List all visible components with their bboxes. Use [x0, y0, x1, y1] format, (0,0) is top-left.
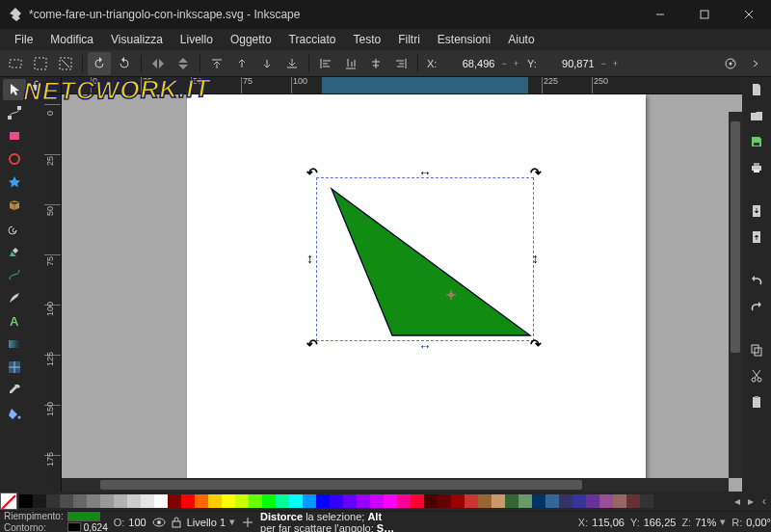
color-swatch[interactable] [262, 494, 276, 508]
color-swatch[interactable] [572, 494, 586, 508]
skew-handle-bottom[interactable]: ↔ [418, 339, 432, 353]
color-swatch[interactable] [222, 494, 235, 508]
color-swatch[interactable] [384, 494, 397, 508]
y-coord-input[interactable]: 90,871 [539, 58, 597, 69]
color-swatch[interactable] [303, 494, 316, 508]
tool-rectangle[interactable] [3, 125, 26, 146]
x-inc-button[interactable]: + [511, 59, 521, 68]
rotate-handle-tr[interactable]: ↷ [530, 166, 542, 179]
skew-handle-top[interactable]: ↔ [418, 166, 432, 179]
color-swatch[interactable] [626, 494, 640, 508]
resize-handle-icon[interactable] [241, 516, 254, 529]
color-swatch[interactable] [357, 494, 370, 508]
color-swatch[interactable] [613, 494, 626, 508]
menu-edit[interactable]: Modifica [41, 31, 102, 48]
stroke-width-value[interactable]: 0,624 [84, 522, 108, 533]
rotate-object-ccw-icon[interactable] [88, 52, 111, 75]
horizontal-scrollbar[interactable] [62, 478, 729, 492]
close-button[interactable] [727, 0, 771, 29]
align-right-icon[interactable] [389, 52, 412, 75]
tool-calligraphy[interactable] [3, 287, 26, 308]
menu-object[interactable]: Oggetto [222, 31, 280, 48]
tool-bucket[interactable] [3, 403, 26, 424]
color-swatch[interactable] [127, 494, 141, 508]
zoom-value[interactable]: 71% [695, 517, 716, 528]
no-color-swatch[interactable] [0, 492, 17, 510]
new-doc-icon[interactable] [750, 83, 763, 99]
tool-text[interactable]: A [3, 310, 26, 332]
tool-dropper[interactable] [3, 380, 26, 401]
color-swatch[interactable] [465, 494, 478, 508]
h-scroll-thumb[interactable] [100, 480, 582, 490]
color-swatch[interactable] [33, 494, 46, 508]
deselect-icon[interactable] [54, 52, 77, 75]
rotate-handle-br[interactable]: ↷ [530, 337, 542, 351]
color-swatch[interactable] [545, 494, 559, 508]
palette-menu-chevron-icon[interactable]: ‹ [758, 494, 771, 508]
copy-icon[interactable] [750, 343, 763, 359]
color-swatch[interactable] [370, 494, 384, 508]
cut-icon[interactable] [750, 369, 763, 386]
menu-filters[interactable]: Filtri [389, 31, 429, 48]
tool-spiral[interactable] [3, 218, 26, 239]
layer-chevron-icon[interactable]: ▾ [229, 516, 235, 528]
x-dec-button[interactable]: − [498, 59, 509, 68]
color-swatch[interactable] [424, 494, 438, 508]
horizontal-ruler[interactable]: 0255075100125150175200225250 [62, 77, 742, 94]
color-swatch[interactable] [114, 494, 127, 508]
color-swatch[interactable] [532, 494, 545, 508]
menu-file[interactable]: File [6, 31, 41, 48]
color-swatch[interactable] [316, 494, 330, 508]
color-swatch[interactable] [73, 494, 87, 508]
color-swatch[interactable] [518, 494, 532, 508]
color-swatch[interactable] [289, 494, 303, 508]
menu-help[interactable]: Aiuto [499, 31, 543, 48]
color-swatch[interactable] [276, 494, 289, 508]
tool-bezier[interactable] [3, 264, 26, 285]
tool-node[interactable] [3, 102, 26, 123]
raise-top-icon[interactable] [205, 52, 228, 75]
color-swatch[interactable] [208, 494, 222, 508]
paste-icon[interactable] [750, 395, 763, 412]
color-swatch[interactable] [60, 494, 73, 508]
import-icon[interactable] [750, 204, 763, 221]
canvas[interactable]: ↶ ↷ ↶ ↷ ↔ ↔ ↕ ↕ [62, 94, 742, 492]
color-swatch[interactable] [141, 494, 154, 508]
color-swatch[interactable] [249, 494, 262, 508]
color-swatch[interactable] [438, 494, 451, 508]
snap-button[interactable] [719, 52, 742, 75]
align-left-icon[interactable] [314, 52, 337, 75]
color-swatch[interactable] [87, 494, 100, 508]
menu-extensions[interactable]: Estensioni [429, 31, 499, 48]
skew-handle-left[interactable]: ↕ [306, 252, 313, 265]
maximize-button[interactable] [682, 0, 727, 29]
rotation-value[interactable]: 0,00° [746, 517, 771, 528]
align-bottom-icon[interactable] [339, 52, 362, 75]
rotate-handle-tl[interactable]: ↶ [306, 166, 318, 179]
open-icon[interactable] [750, 109, 763, 125]
tool-pencil[interactable] [3, 241, 26, 262]
palette-scroll-right[interactable]: ▸ [744, 494, 758, 508]
layer-selector[interactable]: Livello 1 [187, 517, 226, 528]
tool-3dbox[interactable] [3, 195, 26, 216]
color-swatch[interactable] [599, 494, 613, 508]
color-swatch[interactable] [397, 494, 411, 508]
lower-icon[interactable] [255, 52, 279, 75]
tool-mesh[interactable] [3, 357, 26, 378]
rotate-object-cw-icon[interactable] [113, 52, 136, 75]
snap-menu-chevron-icon[interactable] [744, 52, 767, 75]
color-swatch[interactable] [559, 494, 572, 508]
v-scroll-thumb[interactable] [731, 121, 740, 353]
export-icon[interactable] [750, 230, 763, 247]
print-icon[interactable] [750, 161, 763, 177]
lower-bottom-icon[interactable] [280, 52, 304, 75]
tool-gradient[interactable] [3, 333, 26, 355]
rotate-handle-bl[interactable]: ↶ [306, 337, 318, 351]
color-swatch[interactable] [235, 494, 249, 508]
stroke-swatch[interactable] [67, 522, 81, 532]
color-swatch[interactable] [451, 494, 465, 508]
raise-icon[interactable] [230, 52, 253, 75]
color-swatch[interactable] [505, 494, 518, 508]
lock-icon[interactable] [30, 79, 43, 93]
y-inc-button[interactable]: + [610, 59, 621, 68]
